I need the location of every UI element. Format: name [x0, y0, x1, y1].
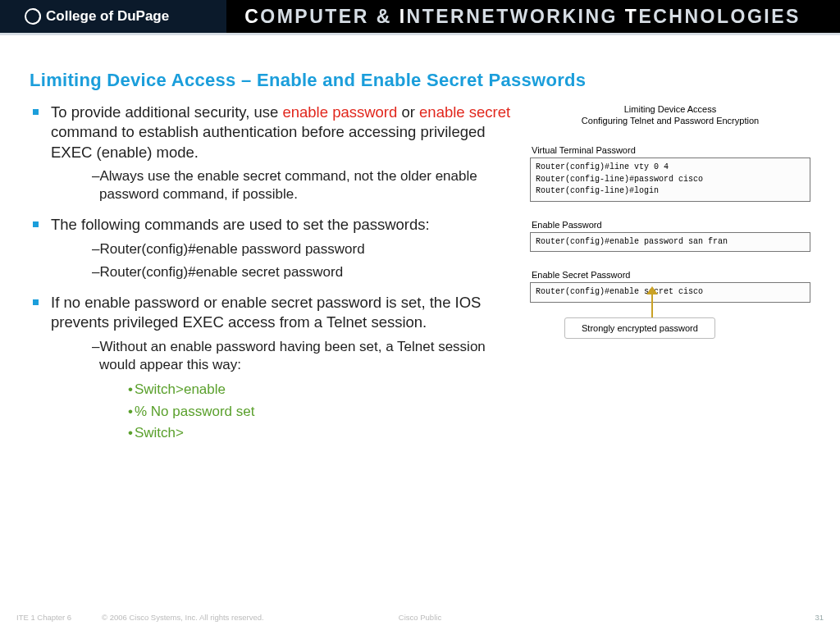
- b1-pre: To provide additional security, use: [51, 103, 282, 121]
- ep-box: Router(config)#enable password san fran: [530, 232, 810, 253]
- bullet-column: To provide additional security, use enab…: [30, 103, 530, 455]
- panel-title: Limiting Device Access: [530, 104, 810, 114]
- bullet-2: The following commands are used to set t…: [30, 215, 522, 281]
- b2-text: The following commands are used to set t…: [51, 216, 430, 233]
- term-line-3: Switch>: [128, 422, 522, 444]
- esp-label: Enable Secret Password: [530, 270, 810, 280]
- college-logo: College of DuPage: [0, 8, 169, 25]
- vtp-box: Router(config)#line vty 0 4 Router(confi…: [530, 158, 810, 202]
- b1sub-text: Always use the enable secret command, no…: [99, 168, 477, 202]
- vtp-label: Virtual Terminal Password: [530, 145, 810, 155]
- b3sub-text: Without an enable password having been s…: [99, 339, 486, 372]
- b2sub1-text: Router(config)#enable password password: [99, 241, 364, 257]
- term-line-2: % No password set: [128, 401, 522, 422]
- cod-icon: [25, 8, 41, 25]
- b1-post: command to establish authentication befo…: [51, 123, 486, 160]
- b1-enable-password: enable password: [282, 103, 397, 121]
- bullet-1: To provide additional security, use enab…: [30, 103, 522, 203]
- term-line-1: Switch>enable: [128, 379, 522, 400]
- footer-mid: © 2006 Cisco Systems, Inc. All rights re…: [98, 613, 791, 622]
- slide-title: Limiting Device Access – Enable and Enab…: [0, 35, 840, 103]
- b2sub2-text: Router(config)#enable secret password: [99, 264, 343, 280]
- esp-box: Router(config)#enable secret cisco: [530, 282, 810, 303]
- bullet-2-sub2: –Router(config)#enable secret password: [92, 263, 522, 281]
- bullet-1-sub: –Always use the enable secret command, n…: [92, 167, 522, 203]
- b3-text: If no enable password or enable secret p…: [51, 294, 481, 331]
- b1-mid: or: [397, 103, 419, 121]
- diagram-column: Limiting Device Access Configuring Telne…: [530, 103, 810, 455]
- footer: ITE 1 Chapter 6 © 2006 Cisco Systems, In…: [0, 613, 840, 622]
- course-title: CCOMPUTEROMPUTER & INTERNETWORKING TECHN…: [244, 6, 801, 28]
- footer-public: Cisco Public: [399, 613, 441, 622]
- panel-subtitle: Configuring Telnet and Password Encrypti…: [530, 116, 810, 126]
- callout-box: Strongly encrypted password: [564, 317, 715, 339]
- arrow-line-icon: [651, 290, 653, 317]
- bullet-3-sub: –Without an enable password having been …: [92, 338, 522, 374]
- college-name: College of DuPage: [46, 8, 169, 25]
- bullet-2-sub1: –Router(config)#enable password password: [92, 240, 522, 258]
- ep-label: Enable Password: [530, 220, 810, 230]
- footer-left: ITE 1 Chapter 6: [16, 613, 98, 622]
- bullet-3: If no enable password or enable secret p…: [30, 293, 522, 444]
- header-bar: College of DuPage CCOMPUTEROMPUTER & INT…: [0, 0, 840, 33]
- b1-enable-secret: enable secret: [419, 103, 510, 121]
- footer-page: 31: [791, 613, 824, 622]
- content-area: To provide additional security, use enab…: [0, 103, 840, 455]
